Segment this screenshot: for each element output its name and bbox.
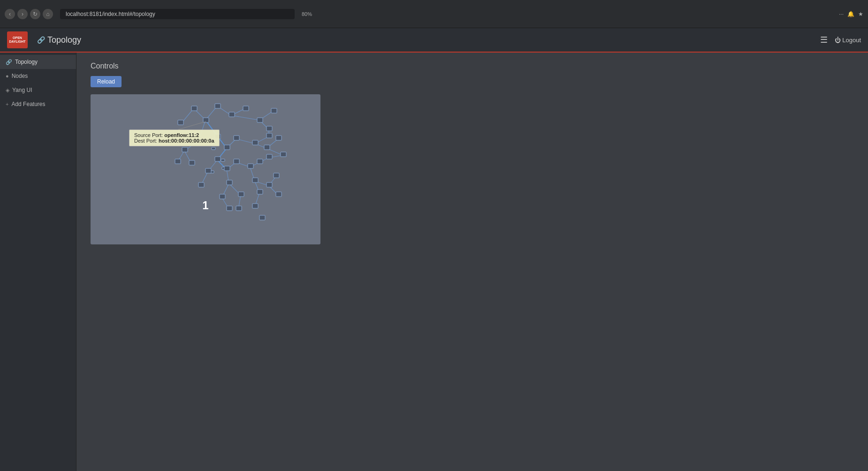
svg-rect-80	[252, 178, 258, 182]
address-bar[interactable]: localhost:8181/index.html#/topology	[60, 9, 295, 19]
app-header: OPEN DAYLIGHT 🔗 Topology ☰ ⏻ Logout	[0, 28, 868, 53]
svg-rect-79	[238, 192, 244, 197]
star-icon[interactable]: ★	[858, 11, 863, 17]
svg-rect-84	[276, 192, 282, 197]
svg-rect-55	[178, 120, 183, 125]
home-button[interactable]: ⌂	[43, 9, 53, 19]
logo-text-open: OPEN	[13, 36, 22, 40]
svg-rect-82	[266, 182, 272, 187]
notification-icon[interactable]: 🔔	[847, 11, 854, 17]
svg-rect-52	[257, 118, 263, 122]
source-port-label: Source Port:	[134, 132, 163, 138]
page-title: Topology	[47, 35, 81, 45]
controls-title: Controls	[91, 62, 854, 70]
svg-rect-59	[224, 145, 230, 150]
topology-svg: .edge { stroke: #6a8fc0; stroke-width: 1…	[91, 94, 320, 244]
topology-tooltip: Source Port: openflow:11:2 Dest Port: ho…	[129, 129, 220, 146]
logo-text-daylight: DAYLIGHT	[9, 40, 25, 44]
svg-rect-78	[220, 194, 225, 199]
topology-sidebar-icon: 🔗	[6, 59, 12, 65]
svg-rect-51	[243, 106, 249, 111]
svg-rect-83	[274, 173, 279, 178]
svg-rect-87	[252, 204, 258, 208]
sidebar-item-yang-ui[interactable]: ◈ Yang UI	[0, 83, 76, 97]
logout-button[interactable]: ⏻ Logout	[835, 37, 861, 44]
svg-rect-73	[248, 164, 253, 168]
svg-rect-44	[212, 147, 215, 150]
header-right: ☰ ⏻ Logout	[820, 35, 861, 45]
svg-text:1: 1	[202, 199, 208, 212]
browser-right-icons: ··· 🔔 ★	[839, 11, 863, 17]
svg-rect-68	[189, 160, 195, 165]
svg-rect-81	[257, 190, 263, 194]
sidebar: 🔗 Topology ● Nodes ◈ Yang UI + Add Featu…	[0, 53, 76, 471]
svg-rect-60	[234, 136, 239, 140]
svg-rect-49	[215, 104, 221, 108]
logo-box: OPEN DAYLIGHT	[7, 31, 28, 48]
sidebar-item-yangui-label: Yang UI	[12, 87, 32, 93]
dest-port-label: Dest Port:	[134, 138, 157, 144]
content-area: Controls Reload .edge { stroke: #6a8fc0;…	[76, 53, 868, 471]
svg-rect-74	[257, 159, 263, 164]
sidebar-item-nodes-label: Nodes	[12, 73, 28, 79]
svg-rect-88	[259, 215, 265, 220]
reload-button[interactable]: Reload	[91, 76, 122, 87]
zoom-level: 80%	[302, 11, 312, 17]
dest-port-value: host:00:00:00:00:00:0a	[159, 138, 214, 144]
svg-rect-61	[252, 140, 258, 145]
svg-rect-71	[224, 166, 230, 171]
svg-rect-54	[266, 126, 272, 131]
topology-canvas[interactable]: .edge { stroke: #6a8fc0; stroke-width: 1…	[91, 94, 320, 244]
svg-rect-62	[266, 133, 272, 138]
svg-rect-48	[191, 106, 197, 111]
topology-header-icon: 🔗	[37, 36, 45, 44]
controls-section: Controls Reload	[91, 62, 854, 87]
svg-rect-72	[234, 159, 239, 164]
hamburger-menu[interactable]: ☰	[820, 35, 828, 45]
svg-rect-70	[206, 168, 211, 173]
tooltip-source-port: Source Port: openflow:11:2	[134, 132, 214, 138]
svg-rect-67	[175, 159, 181, 164]
svg-rect-50	[229, 112, 235, 117]
svg-rect-85	[227, 206, 232, 211]
back-button[interactable]: ‹	[5, 9, 15, 19]
nodes-sidebar-icon: ●	[6, 73, 9, 79]
svg-rect-45	[221, 159, 225, 161]
svg-rect-69	[215, 157, 221, 161]
svg-rect-77	[227, 180, 232, 185]
sidebar-item-add-features[interactable]: + Add Features	[0, 97, 76, 111]
svg-line-5	[231, 115, 259, 120]
svg-rect-64	[276, 136, 282, 140]
browser-nav-buttons: ‹ › ↻ ⌂	[5, 9, 53, 19]
app-logo: OPEN DAYLIGHT	[7, 31, 28, 48]
yangui-sidebar-icon: ◈	[6, 87, 9, 93]
sidebar-item-nodes[interactable]: ● Nodes	[0, 69, 76, 83]
forward-button[interactable]: ›	[17, 9, 28, 19]
svg-rect-66	[182, 147, 188, 152]
sidebar-item-topology[interactable]: 🔗 Topology	[0, 55, 76, 69]
source-port-value: openflow:11:2	[164, 132, 199, 138]
svg-rect-76	[198, 182, 204, 187]
menu-icon[interactable]: ···	[839, 11, 844, 17]
browser-chrome: ‹ › ↻ ⌂ localhost:8181/index.html#/topol…	[0, 0, 868, 28]
svg-rect-53	[271, 108, 277, 113]
tooltip-dest-port: Dest Port: host:00:00:00:00:00:0a	[134, 138, 214, 144]
refresh-button[interactable]: ↻	[30, 9, 40, 19]
sidebar-item-addfeatures-label: Add Features	[11, 101, 45, 107]
svg-rect-63	[264, 145, 270, 150]
sidebar-item-topology-label: Topology	[15, 59, 38, 65]
svg-rect-86	[236, 206, 242, 211]
addfeatures-sidebar-icon: +	[6, 101, 8, 107]
main-layout: 🔗 Topology ● Nodes ◈ Yang UI + Add Featu…	[0, 53, 868, 471]
svg-rect-75	[266, 154, 272, 159]
svg-rect-65	[281, 152, 286, 157]
